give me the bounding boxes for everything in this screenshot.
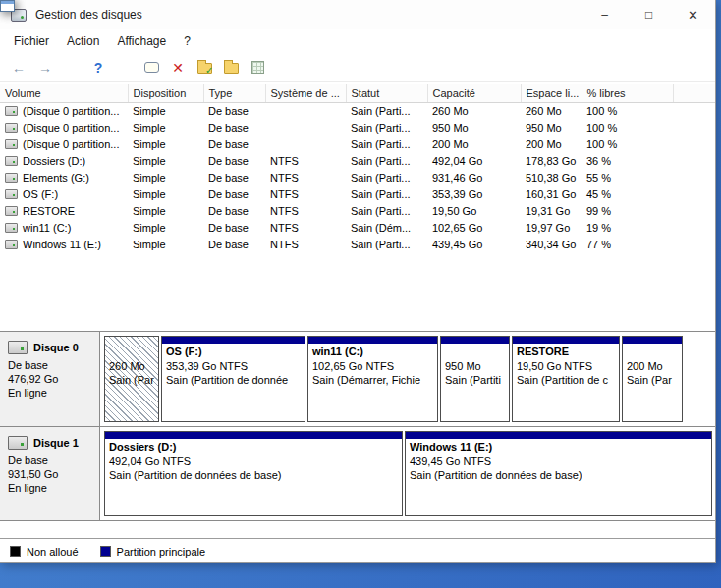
table-row-windows-11-e[interactable]: Windows 11 (E:)SimpleDe baseNTFSSain (Pa… — [0, 236, 716, 252]
grid-view-icon[interactable] — [246, 56, 269, 80]
folder-check-icon[interactable] — [193, 56, 216, 80]
back-icon[interactable]: ← — [7, 56, 30, 80]
disk-icon — [8, 341, 28, 354]
properties-bubble-icon[interactable] — [139, 56, 163, 80]
volume-icon — [5, 223, 18, 233]
folder-new-icon[interactable] — [219, 56, 243, 80]
partition-os-f[interactable]: OS (F:)353,39 Go NTFSSain (Partition de … — [161, 336, 305, 422]
column-header-disposition[interactable]: Disposition — [128, 84, 203, 102]
partition-status: Sain (Partition de donnée — [162, 373, 305, 387]
column-header-volume[interactable]: Volume — [0, 84, 128, 102]
volume-icon — [5, 189, 18, 199]
disk-type: De base — [8, 358, 95, 372]
volume-icon — [5, 106, 18, 116]
column-header-pct_libres[interactable]: % libres — [582, 84, 673, 102]
help-icon-glyph: ? — [94, 61, 103, 75]
partition-status: Sain (Partiti — [441, 373, 509, 387]
partition-windows-11-e[interactable]: Windows 11 (E:)439,45 Go NTFSSain (Parti… — [405, 431, 712, 516]
volume-name: win11 (C:) — [23, 222, 71, 234]
folder-check-icon-shape — [197, 63, 212, 74]
minimize-button[interactable]: – — [582, 0, 627, 29]
column-header-type[interactable]: Type — [203, 84, 265, 102]
menu-item-affichage[interactable]: Affichage — [108, 31, 175, 51]
partition-restore[interactable]: RESTORE19,50 Go NTFSSain (Partition de c — [512, 336, 620, 422]
column-header-capacite[interactable]: Capacité — [427, 84, 521, 102]
toolbar: ←→?✕ — [0, 53, 715, 82]
partition-200-mo[interactable]: 200 MoSain (Par — [622, 336, 683, 422]
menu-item-aide[interactable]: ? — [175, 31, 199, 51]
volume-name: (Disque 0 partition... — [23, 138, 119, 150]
properties-bubble-icon-shape — [144, 62, 159, 73]
disk-icon — [8, 436, 28, 450]
volume-icon — [5, 156, 18, 166]
help-icon[interactable]: ? — [86, 56, 110, 80]
close-button[interactable]: ✕ — [671, 0, 715, 29]
volume-name: OS (F:) — [23, 188, 58, 200]
partition-size: 492,04 Go NTFS — [105, 454, 402, 468]
volume-icon — [5, 139, 18, 149]
table-row-win11-c[interactable]: win11 (C:)SimpleDe baseNTFSSain (Dém...1… — [0, 219, 716, 236]
legend-swatch — [100, 546, 111, 557]
partition-color-bar — [513, 337, 619, 344]
menu-item-action[interactable]: Action — [58, 31, 108, 51]
partition-size: 353,39 Go NTFS — [162, 359, 305, 373]
legend-item-partition-principale: Partition principale — [100, 546, 206, 558]
column-header-filesystem[interactable]: Système de ... — [265, 84, 346, 102]
partition-950-mo[interactable]: 950 MoSain (Partiti — [440, 336, 510, 422]
disk-size: 931,50 Go — [8, 467, 95, 481]
partition-color-bar — [105, 432, 402, 439]
table-row-os-f[interactable]: OS (F:)SimpleDe baseNTFSSain (Parti...35… — [0, 186, 716, 202]
partition-status: Sain (Par — [623, 373, 682, 387]
partition-label: OS (F:) — [162, 344, 305, 359]
forward-icon[interactable]: → — [33, 56, 57, 80]
partition-260-mo[interactable]: 260 MoSain (Par — [104, 336, 159, 422]
volumes-header-row: VolumeDispositionTypeSystème de ...Statu… — [0, 84, 716, 102]
list-view-icon-shape — [0, 0, 15, 12]
table-row-elements-g[interactable]: Elements (G:)SimpleDe baseNTFSSain (Part… — [0, 169, 716, 186]
volume-name: Dossiers (D:) — [23, 155, 85, 167]
partition-label: win11 (C:) — [308, 344, 437, 359]
menu-item-fichier[interactable]: Fichier — [5, 31, 58, 51]
forward-icon-glyph: → — [38, 61, 52, 75]
volume-name: Elements (G:) — [23, 172, 89, 184]
volume-name: RESTORE — [23, 205, 75, 217]
delete-volume-icon[interactable]: ✕ — [166, 56, 190, 80]
disk-type: De base — [8, 454, 95, 467]
disk-status: En ligne — [8, 481, 95, 495]
table-row-disque-0-partition[interactable]: (Disque 0 partition...SimpleDe baseSain … — [0, 102, 716, 119]
list-view-icon[interactable] — [113, 56, 137, 80]
disk-size: 476,92 Go — [8, 372, 95, 386]
disk-info-1[interactable]: Disque 1De base931,50 GoEn ligne — [0, 427, 100, 520]
delete-volume-icon-glyph: ✕ — [172, 61, 184, 75]
volume-icon — [5, 240, 18, 249]
disk-management-window: Gestion des disques – □ ✕ FichierActionA… — [0, 0, 716, 563]
column-header-filler — [673, 84, 716, 102]
partition-dossiers-d[interactable]: Dossiers (D:)492,04 Go NTFSSain (Partiti… — [104, 431, 403, 516]
partition-label — [105, 344, 158, 359]
disk-name-label: Disque 1 — [33, 436, 79, 450]
console-tree-icon[interactable] — [60, 56, 83, 80]
partition-label — [441, 344, 509, 359]
partition-size: 19,50 Go NTFS — [513, 359, 619, 373]
title-bar: Gestion des disques – □ ✕ — [0, 0, 715, 29]
legend-label: Partition principale — [117, 546, 206, 558]
volume-name: Windows 11 (E:) — [23, 239, 101, 250]
table-row-disque-0-partition[interactable]: (Disque 0 partition...SimpleDe baseSain … — [0, 119, 716, 135]
table-row-disque-0-partition[interactable]: (Disque 0 partition...SimpleDe baseSain … — [0, 135, 716, 152]
partition-status: Sain (Partition de données de base) — [406, 468, 711, 482]
partition-win11-c[interactable]: win11 (C:)102,65 Go NTFSSain (Démarrer, … — [307, 336, 438, 422]
volume-icon — [5, 123, 18, 133]
volumes-table: VolumeDispositionTypeSystème de ...Statu… — [0, 84, 716, 252]
partition-color-bar — [162, 337, 305, 344]
legend-swatch — [10, 546, 21, 557]
disk-info-0[interactable]: Disque 0De base476,92 GoEn ligne — [0, 332, 100, 426]
table-row-dossiers-d[interactable]: Dossiers (D:)SimpleDe baseNTFSSain (Part… — [0, 152, 716, 169]
menu-bar: FichierActionAffichage? — [0, 29, 715, 53]
partition-status: Sain (Démarrer, Fichie — [308, 373, 437, 387]
column-header-statut[interactable]: Statut — [346, 84, 427, 102]
column-header-espace_libre[interactable]: Espace li... — [521, 84, 582, 102]
partition-size: 102,65 Go NTFS — [308, 359, 437, 373]
maximize-button[interactable]: □ — [627, 0, 671, 29]
partition-color-bar — [441, 337, 509, 344]
table-row-restore[interactable]: RESTORESimpleDe baseNTFSSain (Parti...19… — [0, 202, 716, 219]
